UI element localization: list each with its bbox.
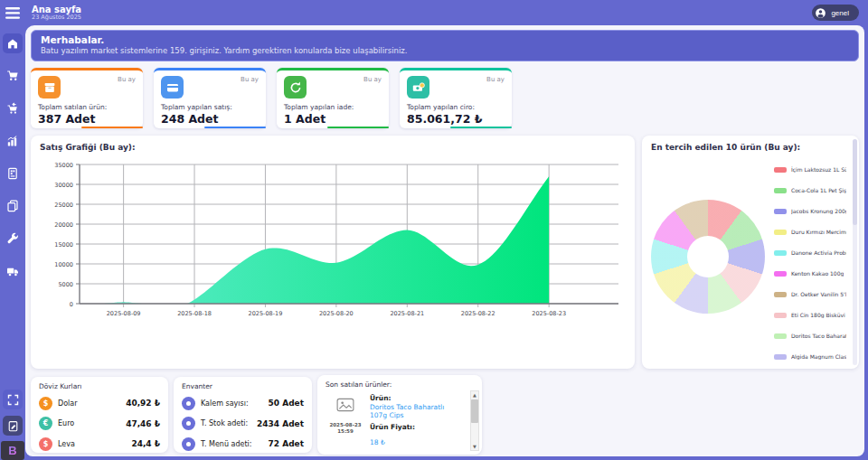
person-icon (815, 7, 826, 19)
last-sold-title: Son satılan ürünler: (326, 380, 474, 389)
sidebar-item-copy[interactable] (3, 196, 23, 216)
sales-chart: 050001000015000200002500030000350002025-… (34, 157, 624, 327)
svg-text:20000: 20000 (54, 221, 73, 229)
currency-row: $ Leva 24,4 ₺ (39, 434, 160, 455)
last-sold-card: Son satılan ürünler: 2025-08-23 15:59 Ür… (317, 375, 482, 455)
app-window: Ana sayfa 23 Ağustos 2025 genel (0, 0, 868, 460)
inventory-label: T. Stok adeti: (201, 419, 248, 427)
legend-item[interactable]: Kenton Kakao 100g (774, 263, 846, 284)
legend-swatch (774, 292, 787, 297)
stat-label: Toplam yapılan iade: (284, 103, 382, 111)
price-label: Ürün Fiyatı: (370, 423, 462, 431)
scroll-down-icon[interactable]: ▼ (473, 443, 476, 450)
scroll-track[interactable] (471, 399, 478, 443)
currency-value: 24,4 ₺ (131, 439, 160, 448)
main-content: Merhabalar. Batu yazılım market sistemle… (25, 25, 864, 456)
home-icon (6, 37, 19, 50)
legend-label: Eti Cin 180g Bisküvi (791, 312, 845, 318)
box-icon (38, 76, 61, 99)
stat-value: 85.061,72 ₺ (407, 112, 505, 126)
legend-swatch (774, 271, 787, 277)
svg-text:2025-08-20: 2025-08-20 (319, 310, 354, 317)
currency-name: Euro (58, 419, 74, 427)
product-link[interactable]: Doritos Taco Baharatlı 107g Cips (370, 403, 462, 419)
fullscreen-button[interactable] (3, 390, 23, 409)
legend-swatch (774, 250, 787, 256)
lev-icon: $ (39, 437, 52, 451)
currency-name: Dolar (58, 399, 77, 408)
currency-row: € Euro 47,46 ₺ (39, 414, 160, 435)
sidebar-item-suppliers[interactable] (3, 261, 23, 281)
sidebar-item-statistics[interactable] (3, 131, 23, 151)
user-menu-button[interactable]: genel (812, 5, 859, 21)
inventory-title: Envanter (182, 382, 304, 390)
recycle-icon (284, 76, 307, 99)
brand-logo[interactable]: B (1, 441, 24, 460)
bar-chart-icon (6, 135, 19, 147)
stat-card-sold-products: Bu ay Toplam satılan ürün: 387 Adet (31, 68, 143, 128)
bottom-row: Döviz Kurları $ Dolar 40,92 ₺ € Euro 47,… (31, 377, 859, 455)
scrollbar-thumb[interactable] (471, 399, 478, 423)
stat-value: 1 Adet (284, 112, 382, 126)
legend-item[interactable]: Algida Magnum Classic ... (774, 346, 846, 367)
currency-value: 47,46 ₺ (126, 419, 160, 428)
legend-swatch (774, 188, 787, 193)
sidebar-item-settings[interactable] (3, 229, 23, 249)
svg-text:15000: 15000 (54, 241, 73, 249)
inventory-row: T. Stok adeti: 2434 Adet (182, 414, 304, 435)
charts-row: Satış Grafiği (Bu ay): 05000100001500020… (31, 136, 859, 369)
menu-icon[interactable] (0, 0, 25, 25)
panel-scrollbar[interactable] (853, 139, 857, 365)
legend-item[interactable]: Coca-Cola 1L Pet Şişe (774, 180, 846, 201)
scrollbar-thumb[interactable] (853, 139, 857, 225)
page-heading: Ana sayfa 23 Ağustos 2025 (32, 5, 81, 22)
legend-item[interactable]: Duru Kırmızı Mercimek ... (774, 221, 846, 242)
svg-text:25000: 25000 (54, 202, 73, 209)
notes-button[interactable] (3, 416, 23, 436)
currency-value: 40,92 ₺ (126, 399, 160, 408)
scroll-up-icon[interactable]: ▲ (473, 391, 476, 399)
stat-label: Toplam satılan ürün: (38, 103, 136, 111)
money-icon (407, 76, 429, 99)
sidebar-item-products[interactable] (3, 164, 23, 183)
currency-card: Döviz Kurları $ Dolar 40,92 ₺ € Euro 47,… (31, 377, 168, 453)
return-cart-icon (6, 102, 19, 115)
euro-icon: € (39, 417, 52, 430)
svg-text:2025-08-21: 2025-08-21 (390, 310, 424, 317)
page-date: 23 Ağustos 2025 (32, 14, 81, 21)
sidebar-item-returns[interactable] (3, 99, 23, 118)
stat-value: 248 Adet (161, 112, 259, 126)
inventory-value: 72 Adet (269, 439, 304, 448)
list-scrollbar[interactable]: ▲ ▼ (470, 390, 479, 451)
legend-item[interactable]: Eti Cin 180g Bisküvi (774, 305, 846, 325)
top-products-title: En tercih edilen 10 ürün (Bu ay): (651, 143, 850, 152)
legend-swatch (774, 313, 787, 318)
legend-item[interactable]: Doritos Taco Baharatlı... (774, 325, 846, 346)
legend-item[interactable]: Jacobs Kronung 200g Ka... (774, 201, 846, 221)
legend-label: İçim Laktozsuz 1L Süt (791, 166, 846, 173)
svg-text:30000: 30000 (54, 182, 73, 189)
bullet-icon (182, 437, 195, 451)
legend-item[interactable]: İçim Laktozsuz 1L Süt (774, 159, 846, 180)
bullet-icon (182, 397, 195, 410)
last-sold-item: 2025-08-23 15:59 Ürün: Doritos Taco Baha… (326, 391, 474, 448)
legend-label: Coca-Cola 1L Pet Şişe (791, 187, 846, 193)
legend-item[interactable]: Dr. Oetker Vanilin 5'l... (774, 284, 846, 305)
stat-accent-line (204, 127, 266, 128)
sidebar-item-sales[interactable] (3, 66, 23, 86)
welcome-title: Merhabalar. (41, 34, 849, 45)
legend-item[interactable]: Danone Activia Probiyo... (774, 242, 846, 263)
inventory-value: 50 Adet (269, 399, 304, 408)
stat-card-revenue: Bu ay Toplam yapılan ciro: 85.061,72 ₺ (400, 68, 512, 128)
sidebar-item-home[interactable] (3, 33, 23, 53)
top-bar: Ana sayfa 23 Ağustos 2025 genel (0, 0, 868, 25)
legend-swatch (774, 230, 787, 235)
brand-letter: B (8, 444, 16, 457)
period-badge: Bu ay (363, 76, 382, 83)
svg-text:35000: 35000 (54, 162, 73, 169)
legend-label: Doritos Taco Baharatlı... (791, 333, 846, 339)
sales-chart-title: Satış Grafiği (Bu ay): (40, 143, 626, 152)
copy-icon (6, 200, 19, 212)
price-link[interactable]: 18 ₺ (370, 438, 385, 446)
legend-swatch (774, 209, 787, 214)
